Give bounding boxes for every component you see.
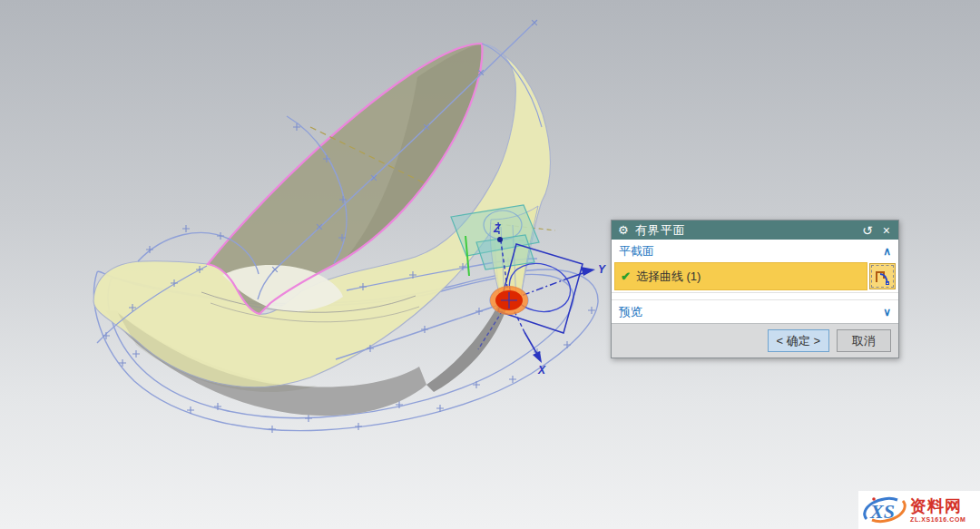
watermark-site-name: 资料网	[910, 498, 965, 514]
chevron-up-icon[interactable]: ∧	[883, 245, 891, 258]
y-axis-label: Y	[598, 263, 606, 276]
select-curve-label: 选择曲线 (1)	[636, 269, 701, 285]
x-axis-label: X	[537, 364, 546, 377]
section-divider	[612, 292, 898, 300]
z-axis-label: Z	[493, 222, 501, 235]
curve-select-tool-button[interactable]	[869, 263, 896, 289]
dialog-footer: < 确定 > 取消	[612, 323, 898, 358]
gear-icon: ⚙	[618, 224, 629, 236]
reset-icon[interactable]: ↺	[860, 224, 875, 237]
ok-button[interactable]: < 确定 >	[768, 329, 829, 352]
dialog-titlebar[interactable]: ⚙ 有界平面 ↺ ×	[612, 220, 898, 240]
chevron-down-icon[interactable]: ∨	[883, 306, 891, 318]
close-icon[interactable]: ×	[881, 224, 892, 237]
section-label: 平截面	[619, 243, 654, 260]
section-header-preview[interactable]: 预览 ∨	[612, 300, 898, 323]
x-axis-arrowhead	[533, 351, 542, 363]
cancel-button[interactable]: 取消	[837, 329, 891, 352]
watermark: XS 资料网 ZL.XS1616.COM	[858, 491, 980, 529]
bounded-plane-dialog[interactable]: ⚙ 有界平面 ↺ × 平截面 ∧ ✔ 选择曲线 (1) 预览 ∨ < 确定 > …	[611, 220, 899, 358]
curve-select-icon	[874, 268, 892, 286]
y-axis-arrowhead	[581, 267, 595, 276]
svg-text:XS: XS	[869, 500, 895, 523]
section-header-planar-section[interactable]: 平截面 ∧	[612, 240, 898, 262]
watermark-site-url: ZL.XS1616.COM	[910, 516, 965, 523]
dialog-title: 有界平面	[635, 222, 854, 239]
watermark-logo-icon: XS	[861, 492, 908, 528]
select-curve-row[interactable]: ✔ 选择曲线 (1)	[614, 262, 867, 290]
selected-curve-highlight[interactable]	[490, 286, 528, 315]
check-icon: ✔	[621, 269, 631, 283]
preview-label: 预览	[619, 304, 642, 320]
